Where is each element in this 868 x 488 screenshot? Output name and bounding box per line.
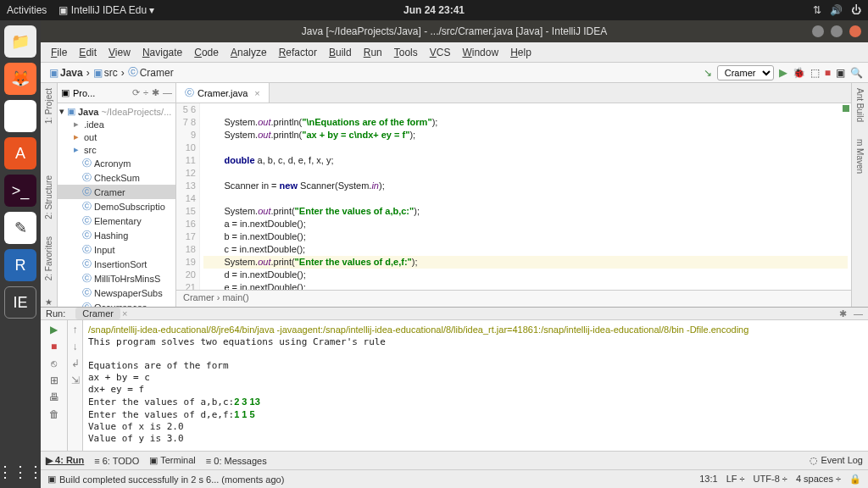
- collapse-icon[interactable]: ÷: [143, 87, 148, 98]
- line-sep[interactable]: LF ÷: [726, 474, 745, 485]
- app-menu[interactable]: ▣ IntelliJ IDEA Edu ▾: [58, 4, 154, 16]
- tree-millitohrsminss[interactable]: ⓒMilliToHrsMinsS: [58, 271, 175, 286]
- hide-icon[interactable]: —: [163, 87, 172, 98]
- gedit-icon[interactable]: ✎: [4, 212, 36, 244]
- menu-tools[interactable]: Tools: [389, 45, 423, 60]
- wrap-icon[interactable]: ↲: [71, 358, 80, 369]
- event-log[interactable]: ◌ Event Log: [810, 455, 863, 466]
- tree-hashing[interactable]: ⓒHashing: [58, 228, 175, 242]
- run-config-select[interactable]: Cramer: [717, 65, 774, 80]
- minimize-panel-icon[interactable]: —: [854, 308, 863, 319]
- tree-acronym[interactable]: ⓒAcronym: [58, 156, 175, 170]
- scroll-icon[interactable]: ⇲: [71, 374, 80, 386]
- menu-refactor[interactable]: Refactor: [274, 45, 322, 60]
- project-tree[interactable]: ▾ ▣ Java ~/IdeaProjects/...▸.idea▸out▸sr…: [58, 103, 175, 307]
- rstudio-icon[interactable]: R: [4, 249, 36, 281]
- tree-.idea[interactable]: ▸.idea: [58, 118, 175, 130]
- inspection-indicator[interactable]: [843, 105, 849, 112]
- tree-insertionsort[interactable]: ⓒInsertionSort: [58, 257, 175, 271]
- menu-run[interactable]: Run: [359, 45, 387, 60]
- crumb-src[interactable]: ▣src: [90, 67, 121, 79]
- menu-window[interactable]: Window: [457, 45, 504, 60]
- menu-navigate[interactable]: Navigate: [137, 45, 187, 60]
- build-icon[interactable]: ↘: [704, 67, 712, 79]
- tree-demosubscriptio[interactable]: ⓒDemoSubscriptio: [58, 199, 175, 214]
- run-label: Run:: [46, 308, 65, 319]
- encoding[interactable]: UTF-8 ÷: [754, 474, 787, 485]
- maximize-button[interactable]: [831, 25, 843, 37]
- activities-label[interactable]: Activities: [7, 4, 47, 16]
- run-config-chip[interactable]: Cramer: [75, 308, 120, 319]
- network-icon[interactable]: ⇅: [813, 4, 821, 16]
- menu-view[interactable]: View: [103, 45, 136, 60]
- tree-checksum[interactable]: ⓒCheckSum: [58, 170, 175, 185]
- layout-icon[interactable]: ▣: [836, 67, 845, 79]
- bottom-tab[interactable]: ≡ 0: Messages: [206, 456, 267, 466]
- layout-icon[interactable]: ⊞: [50, 374, 58, 386]
- stop-icon[interactable]: ■: [51, 341, 57, 352]
- lock-icon[interactable]: 🔒: [849, 474, 861, 485]
- left-toolstrip: 1: Project 2: Structure 2: Favorites ★: [41, 83, 58, 307]
- apps-grid-icon[interactable]: ⋮⋮⋮: [4, 456, 36, 488]
- sync-icon[interactable]: ⟳: [132, 87, 140, 98]
- tool-maven[interactable]: m Maven: [855, 139, 865, 174]
- tool-structure[interactable]: 2: Structure: [44, 175, 53, 219]
- software-icon[interactable]: A: [4, 137, 36, 169]
- tree-input[interactable]: ⓒInput: [58, 242, 175, 257]
- exit-icon[interactable]: ⎋: [51, 358, 57, 369]
- tool-ant[interactable]: Ant Build: [855, 88, 865, 122]
- caret-pos[interactable]: 13:1: [699, 474, 717, 485]
- tree-root[interactable]: ▾ ▣ Java ~/IdeaProjects/...: [58, 105, 175, 118]
- chrome-icon[interactable]: ◉: [4, 100, 36, 132]
- status-bar: ▣ Build completed successfully in 2 s 6.…: [41, 469, 868, 488]
- tree-newspapersubs[interactable]: ⓒNewspaperSubs: [58, 286, 175, 300]
- menu-analyze[interactable]: Analyze: [225, 45, 272, 60]
- menu-build[interactable]: Build: [324, 45, 357, 60]
- coverage-button[interactable]: ⬚: [810, 67, 820, 79]
- intellij-icon[interactable]: IE: [4, 286, 36, 319]
- crumb-java[interactable]: ▣Java: [46, 67, 86, 79]
- tab-cramer[interactable]: ⓒCramer.java×: [176, 83, 270, 103]
- volume-icon[interactable]: 🔊: [830, 4, 843, 16]
- gear-icon[interactable]: ✱: [839, 308, 847, 319]
- star-icon: ★: [45, 297, 53, 307]
- tab-close-icon[interactable]: ×: [122, 308, 127, 319]
- up-icon[interactable]: ↑: [73, 324, 78, 336]
- debug-button[interactable]: 🐞: [793, 67, 805, 79]
- tree-occurrences[interactable]: ⓒOccurrences: [58, 300, 175, 307]
- editor-breadcrumb[interactable]: Cramer › main(): [176, 290, 851, 307]
- tool-favorites[interactable]: 2: Favorites: [44, 236, 53, 280]
- code-editor[interactable]: 5 6 7 8 9 10 11 12 13 14 15 16 17 18 19 …: [176, 103, 851, 290]
- menu-vcs[interactable]: VCS: [425, 45, 456, 60]
- tab-close-icon[interactable]: ×: [254, 88, 259, 98]
- tree-src[interactable]: ▸src: [58, 143, 175, 156]
- trash-icon[interactable]: 🗑: [49, 408, 59, 420]
- close-button[interactable]: [849, 25, 861, 37]
- menu-help[interactable]: Help: [505, 45, 537, 60]
- run-button[interactable]: ▶: [779, 66, 787, 79]
- bottom-tab[interactable]: ▣ Terminal: [149, 455, 195, 466]
- firefox-icon[interactable]: 🦊: [4, 63, 36, 95]
- minimize-button[interactable]: [812, 25, 824, 37]
- settings-icon[interactable]: ✱: [152, 87, 159, 98]
- print-icon[interactable]: 🖶: [49, 391, 59, 403]
- indent[interactable]: 4 spaces ÷: [796, 474, 841, 485]
- tree-cramer[interactable]: ⓒCramer: [58, 185, 175, 199]
- rerun-icon[interactable]: ▶: [50, 324, 58, 336]
- stop-button[interactable]: ■: [825, 67, 831, 79]
- crumb-file[interactable]: ⓒCramer: [125, 65, 177, 80]
- tool-project[interactable]: 1: Project: [44, 88, 53, 124]
- menu-file[interactable]: File: [46, 45, 72, 60]
- menu-code[interactable]: Code: [189, 45, 224, 60]
- tree-out[interactable]: ▸out: [58, 130, 175, 143]
- bottom-tab[interactable]: ▶ 4: Run: [46, 455, 84, 466]
- files-icon[interactable]: 📁: [4, 25, 36, 58]
- menu-edit[interactable]: Edit: [74, 45, 102, 60]
- terminal-icon[interactable]: >_: [4, 175, 36, 207]
- bottom-tab[interactable]: ≡ 6: TODO: [94, 456, 139, 466]
- tree-elementary[interactable]: ⓒElementary: [58, 214, 175, 228]
- down-icon[interactable]: ↓: [73, 341, 78, 352]
- power-icon[interactable]: ⏻: [851, 4, 861, 16]
- system-tray[interactable]: ⇅ 🔊 ⏻: [813, 4, 861, 16]
- search-icon[interactable]: 🔍: [850, 67, 863, 79]
